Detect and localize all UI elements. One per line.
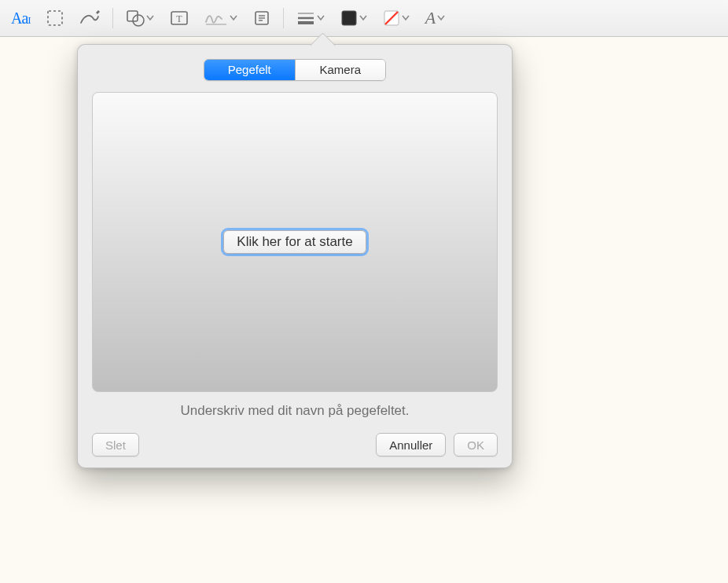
chevron-down-icon: [230, 15, 237, 21]
sketch-button[interactable]: [72, 4, 108, 32]
cancel-button[interactable]: Annuller: [376, 433, 446, 456]
line-style-button[interactable]: [289, 4, 333, 32]
fill-color-button[interactable]: [333, 4, 375, 32]
toolbar-separator: [283, 8, 284, 28]
shapes-button[interactable]: [118, 4, 162, 32]
chevron-down-icon: [317, 15, 325, 21]
toolbar-separator: [112, 8, 113, 28]
start-button[interactable]: Klik her for at starte: [223, 230, 366, 254]
popover-footer: Slet Annuller OK: [92, 433, 498, 456]
selection-button[interactable]: [39, 4, 72, 32]
chevron-down-icon: [146, 15, 154, 21]
note-button[interactable]: [245, 4, 278, 32]
svg-text:T: T: [176, 13, 182, 24]
signature-canvas[interactable]: Klik her for at starte: [92, 92, 498, 392]
tab-trackpad[interactable]: Pegefelt: [204, 60, 295, 80]
svg-rect-13: [342, 11, 356, 25]
ok-button[interactable]: OK: [454, 433, 498, 456]
fill-color-icon: [340, 9, 358, 27]
stroke-color-button[interactable]: [375, 4, 417, 32]
stroke-color-icon: [383, 9, 400, 27]
font-icon: A: [425, 8, 436, 28]
font-button[interactable]: A: [417, 4, 453, 32]
clear-button[interactable]: Slet: [92, 433, 139, 456]
markup-toolbar: AaI T A: [0, 0, 728, 37]
svg-rect-0: [48, 11, 62, 25]
line-style-icon: [296, 10, 315, 26]
signature-button[interactable]: [197, 4, 245, 32]
textbox-icon: T: [170, 9, 189, 27]
text-style-button[interactable]: AaI: [3, 4, 39, 32]
tab-camera[interactable]: Kamera: [295, 60, 386, 80]
hint-text: Underskriv med dit navn på pegefeltet.: [92, 403, 498, 419]
chevron-down-icon: [437, 15, 445, 21]
svg-point-2: [133, 15, 144, 26]
shapes-icon: [126, 9, 145, 27]
chevron-down-icon: [359, 15, 367, 21]
note-icon: [253, 9, 270, 27]
textbox-button[interactable]: T: [162, 4, 197, 32]
sketch-icon: [79, 9, 100, 27]
selection-icon: [46, 9, 64, 27]
signature-popover: Pegefelt Kamera Klik her for at starte U…: [77, 44, 513, 468]
text-style-icon: AaI: [11, 9, 31, 28]
chevron-down-icon: [402, 15, 410, 21]
source-segmented-control: Pegefelt Kamera: [204, 59, 386, 81]
signature-icon: [204, 9, 228, 27]
